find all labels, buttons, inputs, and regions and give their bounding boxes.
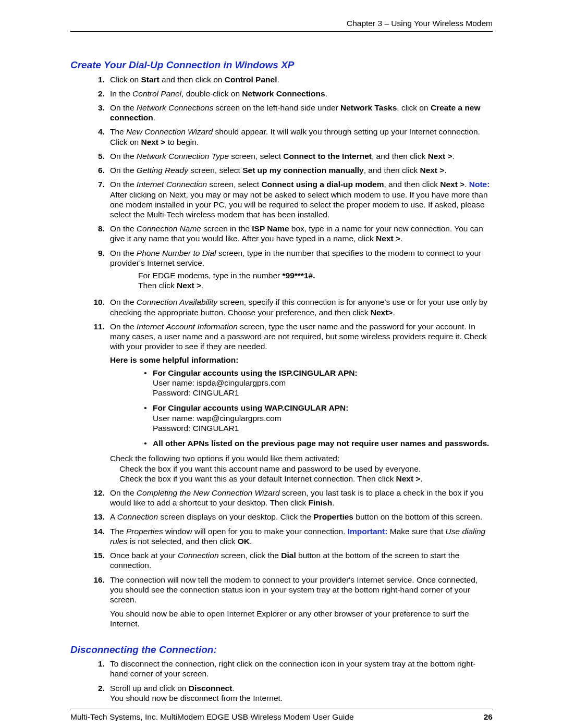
- step-14: 14. The Properties window will open for …: [70, 526, 493, 546]
- step-6: 6. On the Getting Ready screen, select S…: [70, 165, 493, 175]
- section-heading-disconnect: Disconnecting the Connection:: [70, 644, 493, 656]
- disconnect-step-1: 1. To disconnect the connection, right c…: [70, 659, 493, 678]
- bullet-wap-cingular: • For Cingular accounts using WAP.CINGUL…: [138, 403, 493, 433]
- step-12: 12. On the Completing the New Connection…: [70, 488, 493, 508]
- helpful-heading: Here is some helpful information:: [110, 355, 493, 365]
- step-1: 1. Click on Start and then click on Cont…: [70, 75, 493, 84]
- steps-list-disconnect: 1. To disconnect the connection, right c…: [70, 659, 493, 703]
- steps-list-create: 1. Click on Start and then click on Cont…: [70, 75, 493, 629]
- page: Chapter 3 – Using Your Wireless Modem Cr…: [0, 19, 563, 728]
- step-2: 2. In the Control Panel, double-click on…: [70, 89, 493, 98]
- section-heading-create: Create Your Dial-Up Connection in Window…: [70, 59, 493, 71]
- step-10: 10. On the Connection Availability scree…: [70, 297, 493, 317]
- step-8: 8. On the Connection Name screen in the …: [70, 224, 493, 243]
- step-13: 13. A Connection screen displays on your…: [70, 512, 493, 522]
- disconnect-step-2: 2. Scroll up and click on Disconnect. Yo…: [70, 683, 493, 703]
- page-footer: Multi-Tech Systems, Inc. MultiModem EDGE…: [70, 709, 493, 722]
- step-15: 15. Once back at your Connection screen,…: [70, 550, 493, 570]
- page-number: 26: [484, 712, 493, 722]
- bullet-other-apn: • All other APNs listed on the previous …: [138, 438, 493, 448]
- step-11: 11. On the Internet Account Information …: [70, 322, 493, 484]
- step-7: 7. On the Internet Connection screen, se…: [70, 179, 493, 219]
- step-4: 4. The New Connection Wizard should appe…: [70, 127, 493, 146]
- step-16: 16. The connection will now tell the mod…: [70, 575, 493, 629]
- content: Create Your Dial-Up Connection in Window…: [70, 59, 493, 703]
- step-5: 5. On the Network Connection Type screen…: [70, 151, 493, 161]
- step-3: 3. On the Network Connections screen on …: [70, 103, 493, 122]
- bullet-icon: •: [138, 403, 153, 413]
- helpful-bullets: • For Cingular accounts using the ISP.CI…: [138, 368, 493, 449]
- step-9: 9. On the Phone Number to Dial screen, t…: [70, 248, 493, 293]
- bullet-icon: •: [138, 438, 153, 448]
- footer-text: Multi-Tech Systems, Inc. MultiModem EDGE…: [70, 712, 354, 722]
- page-header: Chapter 3 – Using Your Wireless Modem: [70, 19, 493, 32]
- step-9-indent: For EDGE modems, type in the number *99*…: [138, 270, 493, 290]
- bullet-icon: •: [138, 368, 153, 378]
- bullet-isp-cingular: • For Cingular accounts using the ISP.CI…: [138, 368, 493, 398]
